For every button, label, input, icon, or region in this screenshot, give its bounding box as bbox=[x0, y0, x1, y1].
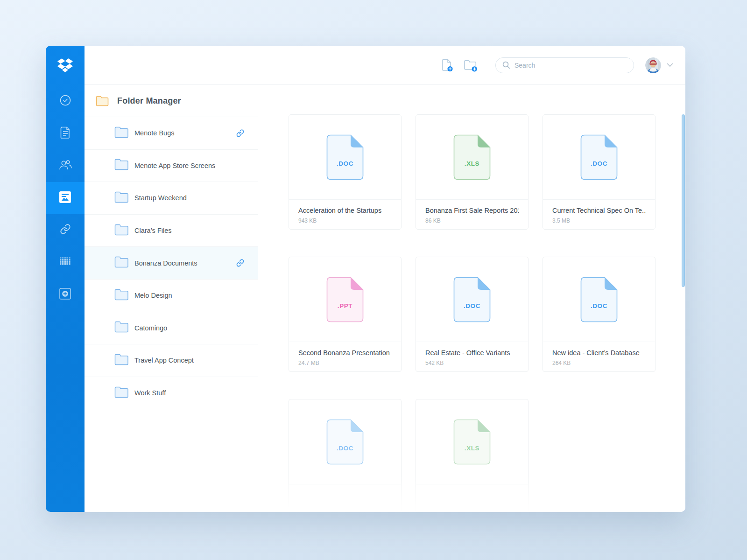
topbar bbox=[85, 46, 685, 85]
clock-icon bbox=[59, 94, 71, 108]
chain-link-icon bbox=[59, 223, 71, 237]
svg-text:.DOC: .DOC bbox=[337, 160, 353, 167]
doc-file-icon: .DOC bbox=[326, 134, 364, 180]
file-size: 86 KB bbox=[425, 217, 519, 224]
folder-row-selected[interactable]: Bonanza Documents bbox=[85, 247, 258, 280]
app-window: Folder Manager Menote Bugs Menote App St… bbox=[46, 46, 685, 512]
search-input[interactable] bbox=[514, 62, 627, 69]
calendar-grid-icon bbox=[59, 257, 71, 269]
file-size: 3.5 MB bbox=[552, 217, 646, 224]
svg-text:.XLS: .XLS bbox=[465, 160, 479, 167]
folder-name: Catomingo bbox=[134, 324, 167, 332]
svg-text:.XLS: .XLS bbox=[465, 445, 479, 452]
folder-icon bbox=[114, 386, 129, 400]
new-file-button[interactable] bbox=[441, 58, 453, 72]
folder-row[interactable]: Startup Weekend bbox=[85, 182, 258, 215]
file-name: Second Bonanza Presentation bbox=[298, 349, 392, 357]
sidebar bbox=[46, 46, 85, 512]
shared-link-icon[interactable] bbox=[236, 129, 245, 138]
folder-name: Startup Weekend bbox=[134, 194, 187, 202]
file-card[interactable]: .DOC New idea - Client’s Database 264 KB bbox=[543, 257, 655, 372]
dropbox-logo[interactable] bbox=[46, 46, 85, 85]
folder-icon bbox=[114, 159, 129, 172]
search-icon bbox=[502, 61, 510, 69]
folder-row[interactable]: Menote Bugs bbox=[85, 117, 258, 150]
file-size: 264 KB bbox=[552, 360, 646, 366]
file-card[interactable]: .XLS bbox=[416, 399, 529, 512]
folder-panel: Folder Manager Menote Bugs Menote App St… bbox=[85, 85, 258, 512]
folder-row[interactable]: Melo Design bbox=[85, 280, 258, 312]
folder-row[interactable]: Catomingo bbox=[85, 312, 258, 345]
shared-link-icon[interactable] bbox=[236, 259, 245, 267]
file-size: 542 KB bbox=[425, 360, 519, 366]
folder-name: Travel App Concept bbox=[134, 357, 194, 364]
doc-file-icon: .DOC bbox=[580, 134, 618, 180]
file-card[interactable]: .PPT Second Bonanza Presentation 24.7 MB bbox=[289, 257, 402, 372]
file-grid: .DOC Acceleration of the Startups 943 KB… bbox=[289, 114, 655, 512]
folder-name: Menote App Store Screens bbox=[134, 162, 215, 169]
folder-icon bbox=[114, 354, 129, 367]
folder-icon bbox=[114, 289, 129, 302]
users-icon bbox=[58, 159, 72, 172]
file-grid-area: .DOC Acceleration of the Startups 943 KB… bbox=[258, 85, 685, 512]
folder-row[interactable]: Travel App Concept bbox=[85, 344, 258, 377]
sidebar-item-files-active[interactable] bbox=[46, 182, 85, 214]
file-card[interactable]: .XLS Bonanza First Sale Reports 2017 86 … bbox=[416, 114, 529, 230]
account-menu-chevron[interactable] bbox=[667, 63, 673, 67]
sidebar-item-documents[interactable] bbox=[46, 117, 85, 149]
file-card[interactable]: .DOC Real Estate - Office Variants 542 K… bbox=[416, 257, 529, 372]
scrollbar-thumb[interactable] bbox=[682, 114, 685, 287]
file-name: Real Estate - Office Variants bbox=[425, 349, 519, 357]
doc-file-icon: .DOC bbox=[580, 277, 618, 322]
xls-file-icon: .XLS bbox=[453, 419, 491, 465]
file-card[interactable]: .DOC Current Technical Spec On Te... 3.5… bbox=[543, 114, 655, 230]
file-name: Current Technical Spec On Te... bbox=[552, 207, 646, 214]
sidebar-item-team[interactable] bbox=[46, 149, 85, 182]
xls-file-icon: .XLS bbox=[453, 134, 491, 180]
sidebar-item-recents[interactable] bbox=[46, 85, 85, 117]
file-card[interactable]: .DOC Acceleration of the Startups 943 KB bbox=[289, 114, 402, 230]
document-icon bbox=[60, 126, 71, 140]
folder-name: Melo Design bbox=[134, 292, 172, 299]
svg-text:.DOC: .DOC bbox=[591, 302, 607, 309]
file-card[interactable]: .DOC bbox=[289, 399, 402, 512]
avatar[interactable] bbox=[645, 57, 661, 73]
folder-icon bbox=[114, 126, 129, 140]
doc-file-icon: .DOC bbox=[453, 277, 491, 322]
folder-icon bbox=[114, 321, 129, 335]
folder-name: Menote Bugs bbox=[134, 129, 174, 137]
page-title: Folder Manager bbox=[117, 96, 181, 106]
sidebar-item-calendar[interactable] bbox=[46, 246, 85, 279]
search-box[interactable] bbox=[495, 57, 634, 73]
svg-text:.PPT: .PPT bbox=[338, 302, 353, 309]
folder-icon bbox=[114, 191, 129, 205]
file-size: 24.7 MB bbox=[298, 360, 392, 366]
article-icon bbox=[59, 191, 71, 205]
ppt-file-icon: .PPT bbox=[326, 277, 364, 322]
sidebar-item-add-app[interactable] bbox=[46, 279, 85, 311]
file-name: Bonanza First Sale Reports 2017 bbox=[425, 207, 519, 214]
file-name: Acceleration of the Startups bbox=[298, 207, 392, 214]
folder-icon bbox=[114, 256, 129, 270]
folder-manager-icon bbox=[96, 96, 109, 106]
folder-row[interactable]: Clara’s Files bbox=[85, 215, 258, 247]
folder-row[interactable]: Work Stuff bbox=[85, 377, 258, 410]
svg-text:.DOC: .DOC bbox=[591, 160, 607, 167]
folder-icon bbox=[114, 224, 129, 238]
file-name: New idea - Client’s Database bbox=[552, 349, 646, 357]
folder-name: Clara’s Files bbox=[134, 227, 172, 234]
folder-panel-header: Folder Manager bbox=[85, 85, 258, 117]
doc-file-icon: .DOC bbox=[326, 419, 364, 465]
svg-text:.DOC: .DOC bbox=[337, 445, 353, 452]
sidebar-item-links[interactable] bbox=[46, 214, 85, 246]
folder-name: Work Stuff bbox=[134, 389, 166, 397]
svg-text:.DOC: .DOC bbox=[464, 302, 480, 309]
add-widget-icon bbox=[59, 288, 71, 301]
folder-name: Bonanza Documents bbox=[134, 259, 197, 267]
new-folder-button[interactable] bbox=[464, 59, 478, 72]
folder-row[interactable]: Menote App Store Screens bbox=[85, 150, 258, 182]
file-size: 943 KB bbox=[298, 217, 392, 224]
